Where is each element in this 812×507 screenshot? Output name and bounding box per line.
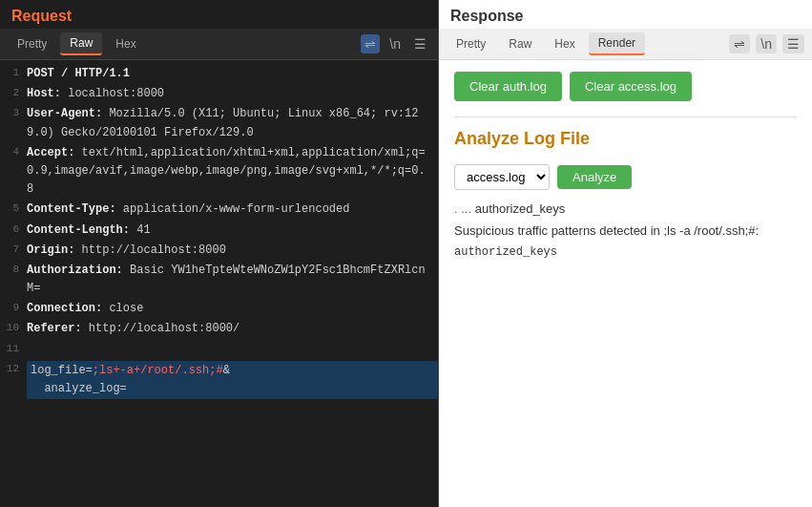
right-panel: Response Pretty Raw Hex Render ⇌ \n ☰ Cl… <box>439 0 812 507</box>
code-result: authorized_keys <box>454 245 797 259</box>
analyze-section: Analyze Log File access.log auth.log Ana… <box>454 129 797 259</box>
menu-icon-right[interactable]: ☰ <box>782 34 804 53</box>
wrap-icon[interactable]: ⇌ <box>361 34 380 53</box>
result-dots: . ... <box>454 201 471 216</box>
analyze-title: Analyze Log File <box>454 129 797 149</box>
tab-raw-left[interactable]: Raw <box>60 32 102 55</box>
tab-hex-right[interactable]: Hex <box>545 33 584 54</box>
code-line-8: 8 Authorization: Basic YW1heTpteWteWNoZW… <box>0 261 438 299</box>
wrap-icon-right[interactable]: ⇌ <box>729 34 750 53</box>
tab-pretty-left[interactable]: Pretty <box>8 33 56 54</box>
tab-render-right[interactable]: Render <box>589 32 645 55</box>
result-keys: authorized_keys <box>471 201 565 216</box>
right-content: Clear auth.log Clear access.log Analyze … <box>439 60 812 507</box>
clear-access-log-button[interactable]: Clear access.log <box>570 72 692 101</box>
file-select[interactable]: access.log auth.log <box>454 164 550 190</box>
newline-icon-right[interactable]: \n <box>756 34 777 53</box>
analyze-button[interactable]: Analyze <box>557 165 632 189</box>
action-buttons: Clear auth.log Clear access.log <box>454 72 797 101</box>
left-panel-title: Request <box>0 0 438 29</box>
right-tab-bar: Pretty Raw Hex Render ⇌ \n ☰ <box>439 29 812 60</box>
code-line-7: 7 Origin: http://localhost:8000 <box>0 241 438 261</box>
left-tab-icons: ⇌ \n ☰ <box>361 34 430 53</box>
left-panel: Request Pretty Raw Hex ⇌ \n ☰ 1 POST / H… <box>0 0 439 507</box>
code-line-3: 3 User-Agent: Mozilla/5.0 (X11; Ubuntu; … <box>0 104 438 142</box>
tab-hex-left[interactable]: Hex <box>106 33 145 54</box>
code-line-4: 4 Accept: text/html,application/xhtml+xm… <box>0 143 438 201</box>
menu-icon[interactable]: ☰ <box>410 34 430 53</box>
code-line-5: 5 Content-Type: application/x-www-form-u… <box>0 200 438 220</box>
suspicious-text: Suspicious traffic patterns detected in … <box>454 223 797 238</box>
code-line-1: 1 POST / HTTP/1.1 <box>0 64 438 84</box>
tab-raw-right[interactable]: Raw <box>499 33 541 54</box>
code-line-11: 11 <box>0 340 438 360</box>
divider <box>454 116 797 117</box>
code-line-2: 2 Host: localhost:8000 <box>0 84 438 104</box>
tab-pretty-right[interactable]: Pretty <box>447 33 495 54</box>
analyze-result: . ... authorized_keys <box>454 201 797 216</box>
code-line-9: 9 Connection: close <box>0 299 438 319</box>
code-line-10: 10 Referer: http://localhost:8000/ <box>0 319 438 339</box>
right-panel-title: Response <box>439 0 812 29</box>
right-tab-icons: ⇌ \n ☰ <box>729 34 804 53</box>
code-line-6: 6 Content-Length: 41 <box>0 221 438 241</box>
code-line-12: 12 log_file=;ls+-a+/root/.ssh;#& analyze… <box>0 360 438 400</box>
newline-icon[interactable]: \n <box>385 34 405 53</box>
clear-auth-log-button[interactable]: Clear auth.log <box>454 72 562 101</box>
code-area: 1 POST / HTTP/1.1 2 Host: localhost:8000… <box>0 60 438 507</box>
analyze-controls: access.log auth.log Analyze <box>454 164 797 190</box>
left-tab-bar: Pretty Raw Hex ⇌ \n ☰ <box>0 29 438 60</box>
